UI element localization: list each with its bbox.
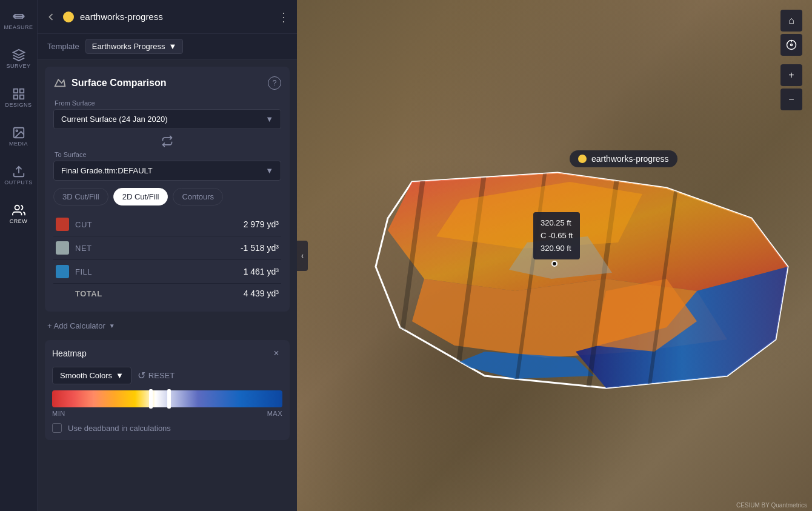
stat-row-cut: CUT 2 979 yd³ xyxy=(53,213,281,236)
view-tabs: 3D Cut/Fill 2D Cut/Fill Contours xyxy=(53,188,281,205)
sidebar-item-measure-label: MEASURE xyxy=(4,24,33,30)
svg-rect-2 xyxy=(13,89,17,93)
net-label: NET xyxy=(75,244,92,253)
users-icon xyxy=(12,204,25,217)
fill-color-swatch xyxy=(56,265,69,278)
sidebar-item-designs[interactable]: DESIGNS xyxy=(4,82,34,113)
zoom-in-button[interactable]: + xyxy=(780,64,802,86)
swap-button[interactable] xyxy=(53,135,281,147)
add-calculator-button[interactable]: + Add Calculator ▼ xyxy=(45,319,290,333)
smooth-colors-label: Smooth Colors xyxy=(60,371,112,380)
from-surface-dropdown[interactable]: Current Surface (24 Jan 2020) ▼ xyxy=(53,109,281,129)
smooth-colors-arrow: ▼ xyxy=(116,371,124,380)
total-value: 4 439 yd³ xyxy=(244,289,279,298)
from-surface-group: From Surface Current Surface (24 Jan 202… xyxy=(53,99,281,129)
stat-row-net: NET -1 518 yd³ xyxy=(53,236,281,260)
compass-button[interactable] xyxy=(780,34,802,56)
home-button[interactable]: ⌂ xyxy=(780,10,802,32)
gradient-handle-right[interactable] xyxy=(167,389,171,409)
deadband-row: Use deadband in calculations xyxy=(52,423,282,433)
tab-2d-cut-fill[interactable]: 2D Cut/Fill xyxy=(113,188,168,205)
heatmap-section: Heatmap × Smooth Colors ▼ ↺ RESET xyxy=(45,340,290,440)
project-label-text: earthworks-progress xyxy=(591,154,669,164)
gradient-max-label: MAX xyxy=(267,410,282,417)
tab-3d-cut-fill[interactable]: 3D Cut/Fill xyxy=(53,188,108,205)
mountain-icon xyxy=(53,75,67,91)
main-panel: earthworks-progress ⋮ Template Earthwork… xyxy=(38,0,297,511)
panel-collapse-handle[interactable]: ‹ xyxy=(297,241,308,271)
template-dropdown-arrow: ▼ xyxy=(168,42,176,51)
svg-point-9 xyxy=(15,205,19,210)
gradient-container: MIN MAX xyxy=(52,390,282,417)
smooth-colors-button[interactable]: Smooth Colors ▼ xyxy=(52,367,131,384)
tab-contours[interactable]: Contours xyxy=(173,188,223,205)
svg-marker-1 xyxy=(13,50,24,55)
tooltip-dot xyxy=(551,261,557,267)
help-button[interactable]: ? xyxy=(268,76,281,90)
zoom-in-icon: + xyxy=(788,70,794,81)
heatmap-close-button[interactable]: × xyxy=(270,347,282,359)
template-select[interactable]: Earthworks Progress ▼ xyxy=(85,39,184,54)
stat-left-fill: FILL xyxy=(56,265,92,278)
image-icon xyxy=(12,126,25,139)
back-arrow-icon xyxy=(45,11,57,23)
sidebar-item-media[interactable]: MEDIA xyxy=(4,121,34,152)
stat-row-total: TOTAL 4 439 yd³ xyxy=(53,284,281,303)
upload-icon xyxy=(12,165,25,178)
stat-left-net: NET xyxy=(56,241,92,255)
map-attribution: CESIUM BY Quantmetrics xyxy=(736,502,807,509)
map-area[interactable]: earthworks-progress 320.25 ft C -0.65 ft… xyxy=(297,0,812,511)
sidebar-item-measure[interactable]: MEASURE xyxy=(4,5,34,35)
back-button[interactable] xyxy=(45,11,57,23)
stat-left-cut: CUT xyxy=(56,218,92,231)
sc-title: Surface Comparison xyxy=(72,78,166,89)
gradient-bar[interactable] xyxy=(52,390,282,407)
sidebar-item-crew[interactable]: CREW xyxy=(4,199,34,229)
app-header: earthworks-progress ⋮ xyxy=(38,0,297,34)
deadband-checkbox[interactable] xyxy=(52,423,62,433)
heatmap-header: Heatmap × xyxy=(52,347,282,359)
project-label: earthworks-progress xyxy=(570,150,677,167)
gradient-handle-left[interactable] xyxy=(149,389,153,409)
sidebar-item-survey-label: SURVEY xyxy=(7,63,31,69)
more-options-button[interactable]: ⋮ xyxy=(278,10,290,24)
net-value: -1 518 yd³ xyxy=(241,243,279,253)
from-surface-value: Current Surface (24 Jan 2020) xyxy=(61,115,168,124)
map-controls: ⌂ + − xyxy=(780,10,802,110)
ruler-icon xyxy=(12,10,25,23)
heatmap-controls: Smooth Colors ▼ ↺ RESET xyxy=(52,367,282,384)
home-icon: ⌂ xyxy=(788,15,794,26)
add-calculator-label: + Add Calculator xyxy=(47,321,105,330)
cut-label: CUT xyxy=(75,220,92,229)
stat-row-fill: FILL 1 461 yd³ xyxy=(53,260,281,284)
gradient-labels: MIN MAX xyxy=(52,410,282,417)
total-label: TOTAL xyxy=(56,289,102,298)
to-surface-arrow: ▼ xyxy=(265,166,273,175)
from-surface-label: From Surface xyxy=(53,99,281,107)
template-label: Template xyxy=(47,42,79,51)
heatmap-title: Heatmap xyxy=(52,349,87,358)
project-status-dot xyxy=(63,12,74,22)
sidebar-nav: MEASURE SURVEY DESIGNS xyxy=(0,0,37,230)
sidebar-item-crew-label: CREW xyxy=(10,218,28,224)
to-surface-dropdown[interactable]: Final Grade.ttm:DEFAULT ▼ xyxy=(53,161,281,181)
sidebar-item-outputs[interactable]: OUTPUTS xyxy=(4,160,34,190)
heatmap-svg xyxy=(364,170,812,394)
reset-label: RESET xyxy=(148,371,175,380)
sidebar-item-survey[interactable]: SURVEY xyxy=(4,44,34,74)
sidebar-item-designs-label: DESIGNS xyxy=(5,102,32,108)
reset-button[interactable]: ↺ RESET xyxy=(138,370,175,381)
svg-point-7 xyxy=(16,130,18,132)
reset-icon: ↺ xyxy=(138,370,145,381)
zoom-out-button[interactable]: − xyxy=(780,89,802,110)
fill-value: 1 461 yd³ xyxy=(244,267,279,276)
panel-content: Surface Comparison ? From Surface Curren… xyxy=(38,59,297,511)
grid-icon xyxy=(12,87,25,101)
template-bar: Template Earthworks Progress ▼ xyxy=(38,34,297,59)
svg-rect-4 xyxy=(19,95,23,99)
net-color-swatch xyxy=(56,241,69,255)
sidebar-item-outputs-label: OUTPUTS xyxy=(4,179,33,185)
stat-left-total: TOTAL xyxy=(56,289,102,298)
svg-rect-5 xyxy=(13,95,17,99)
to-surface-label: To Surface xyxy=(53,151,281,158)
